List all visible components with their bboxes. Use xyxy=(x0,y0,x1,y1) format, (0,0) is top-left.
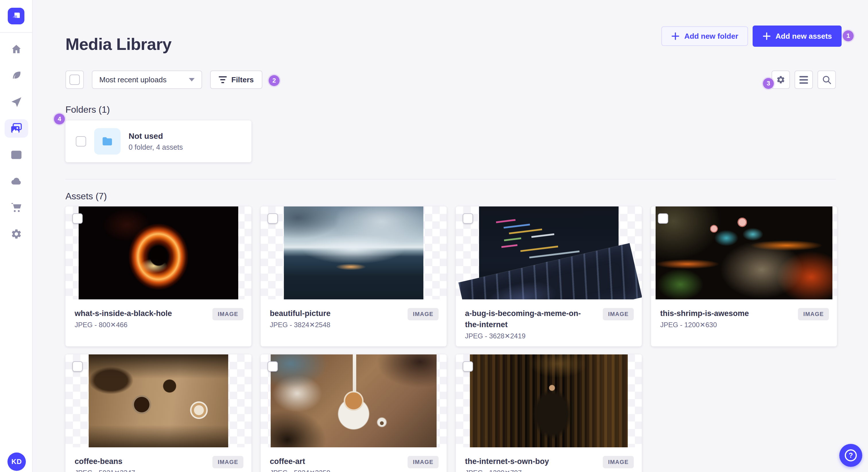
sidebar-item-content-type-builder[interactable] xyxy=(5,67,28,85)
sidebar-item-settings[interactable] xyxy=(5,225,28,243)
header-actions: Add new folder Add new assets xyxy=(661,25,842,47)
chevron-down-icon xyxy=(189,78,195,81)
asset-checkbox[interactable] xyxy=(72,213,83,224)
asset-name: what-s-inside-a-black-hole xyxy=(74,308,205,319)
cart-icon xyxy=(11,202,22,213)
asset-info: coffee-art JPEG - 5824✕3259 IMAGE xyxy=(260,447,446,472)
select-all-button[interactable] xyxy=(65,71,84,89)
asset-meta: JPEG - 800✕466 xyxy=(74,321,205,329)
tour-badge-add-assets[interactable]: 1 xyxy=(843,30,854,41)
add-new-folder-button[interactable]: Add new folder xyxy=(661,26,748,46)
asset-image xyxy=(479,206,619,299)
asset-meta: JPEG - 5824✕3259 xyxy=(270,469,400,472)
strapi-logo-button[interactable] xyxy=(8,8,24,24)
sidebar-item-media-library[interactable] xyxy=(5,119,28,138)
filters-button[interactable]: Filters xyxy=(210,71,262,89)
folder-checkbox[interactable] xyxy=(76,136,86,146)
filters-label: Filters xyxy=(231,75,254,84)
folder-icon xyxy=(101,135,114,148)
page-title: Media Library xyxy=(65,34,172,54)
filter-icon xyxy=(219,76,227,83)
asset-card[interactable]: coffee-beans JPEG - 5021✕3347 IMAGE xyxy=(65,355,251,472)
select-all-checkbox[interactable] xyxy=(69,74,80,85)
asset-thumbnail xyxy=(456,355,642,447)
asset-thumbnail xyxy=(651,206,837,299)
asset-thumbnail xyxy=(260,355,446,447)
plus-icon xyxy=(763,32,771,40)
asset-type-badge: IMAGE xyxy=(603,456,634,468)
help-button[interactable]: ? xyxy=(839,444,862,467)
add-new-assets-button[interactable]: Add new assets xyxy=(753,26,842,47)
asset-meta: JPEG - 3628✕2419 xyxy=(465,332,595,340)
folder-tile xyxy=(94,128,121,155)
asset-type-badge: IMAGE xyxy=(408,456,439,468)
toolbar: Most recent uploads Filters xyxy=(65,71,836,89)
tour-badge-folders[interactable]: 4 xyxy=(54,113,65,125)
asset-name: the-internet-s-own-boy xyxy=(465,456,595,467)
asset-meta: JPEG - 1200✕630 xyxy=(660,321,790,329)
tour-badge-filters[interactable]: 2 xyxy=(269,75,280,86)
asset-image xyxy=(271,355,437,447)
tour-badge-settings[interactable]: 3 xyxy=(763,78,774,89)
asset-checkbox[interactable] xyxy=(463,213,473,224)
sidebar-item-releases[interactable] xyxy=(5,93,28,111)
asset-card[interactable]: what-s-inside-a-black-hole JPEG - 800✕46… xyxy=(65,206,251,346)
asset-image xyxy=(470,355,628,447)
sidebar-item-content-manager[interactable] xyxy=(5,146,28,164)
asset-checkbox[interactable] xyxy=(72,361,83,372)
asset-card[interactable]: a-bug-is-becoming-a-meme-on-the-internet… xyxy=(456,206,642,346)
user-avatar[interactable]: KD xyxy=(7,452,26,471)
asset-checkbox[interactable] xyxy=(268,213,278,224)
add-new-assets-label: Add new assets xyxy=(776,32,832,41)
asset-type-badge: IMAGE xyxy=(212,308,243,320)
grid-settings-button[interactable] xyxy=(772,71,790,89)
paper-plane-icon xyxy=(11,96,22,108)
cog-icon xyxy=(776,75,785,84)
list-view-button[interactable] xyxy=(795,71,813,89)
gear-icon xyxy=(11,228,22,240)
asset-meta: JPEG - 1200✕707 xyxy=(465,469,595,472)
media-library-icon xyxy=(10,123,22,134)
home-icon xyxy=(11,43,22,55)
asset-checkbox[interactable] xyxy=(658,213,668,224)
asset-card[interactable]: coffee-art JPEG - 5824✕3259 IMAGE xyxy=(260,355,446,472)
asset-name: a-bug-is-becoming-a-meme-on-the-internet xyxy=(465,308,595,330)
asset-image xyxy=(656,206,832,299)
search-icon xyxy=(822,75,832,85)
asset-type-badge: IMAGE xyxy=(212,456,243,468)
asset-card[interactable]: beautiful-picture JPEG - 3824✕2548 IMAGE xyxy=(260,206,446,346)
sort-dropdown[interactable]: Most recent uploads xyxy=(92,71,202,89)
strapi-logo-icon xyxy=(11,12,21,20)
asset-name: coffee-art xyxy=(270,456,400,467)
cloud-icon xyxy=(11,175,22,187)
asset-name: coffee-beans xyxy=(74,456,205,467)
feather-icon xyxy=(11,70,22,81)
question-mark-icon: ? xyxy=(845,449,857,461)
assets-heading: Assets (7) xyxy=(65,191,107,202)
folder-card[interactable]: Not used 0 folder, 4 assets xyxy=(65,121,251,162)
asset-image xyxy=(79,206,238,299)
sidebar-item-home[interactable] xyxy=(5,40,28,59)
asset-thumbnail xyxy=(456,206,642,299)
asset-name: beautiful-picture xyxy=(270,308,400,319)
asset-checkbox[interactable] xyxy=(268,361,278,372)
asset-info: coffee-beans JPEG - 5021✕3347 IMAGE xyxy=(65,447,251,472)
asset-image xyxy=(89,355,228,447)
asset-thumbnail xyxy=(65,206,251,299)
layout-icon xyxy=(11,149,22,161)
asset-card[interactable]: this-shrimp-is-awesome JPEG - 1200✕630 I… xyxy=(651,206,837,346)
section-divider xyxy=(65,179,836,179)
view-options xyxy=(772,71,836,89)
list-icon xyxy=(799,76,808,84)
asset-card[interactable]: the-internet-s-own-boy JPEG - 1200✕707 I… xyxy=(456,355,642,472)
folder-name: Not used xyxy=(129,132,183,141)
add-new-folder-label: Add new folder xyxy=(684,32,738,41)
asset-checkbox[interactable] xyxy=(463,361,473,372)
assets-grid: what-s-inside-a-black-hole JPEG - 800✕46… xyxy=(65,206,837,472)
asset-meta: JPEG - 5021✕3347 xyxy=(74,469,205,472)
asset-info: this-shrimp-is-awesome JPEG - 1200✕630 I… xyxy=(651,299,837,329)
sidebar-item-marketplace[interactable] xyxy=(5,198,28,217)
sidebar-item-deploy-cloud[interactable] xyxy=(5,172,28,191)
search-button[interactable] xyxy=(817,71,836,89)
asset-info: a-bug-is-becoming-a-meme-on-the-internet… xyxy=(456,299,642,340)
